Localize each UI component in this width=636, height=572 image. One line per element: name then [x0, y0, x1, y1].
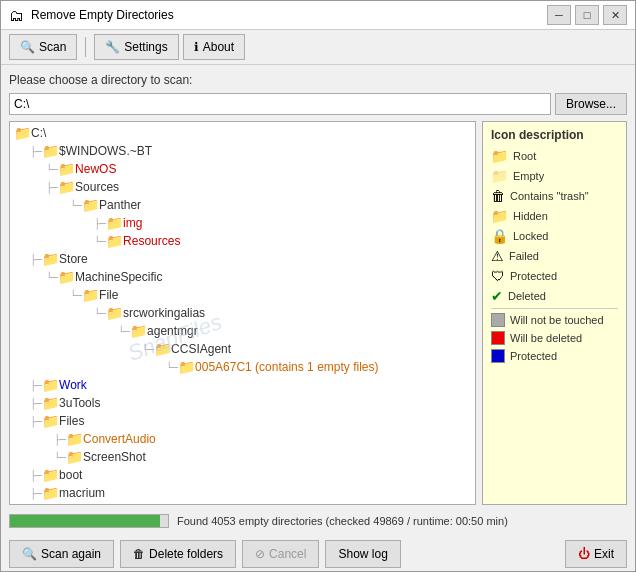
legend-swatch-gray: Will not be touched [491, 313, 618, 327]
empty-icon: 📁 [491, 168, 508, 184]
icon-legend-panel: Icon description 📁 Root 📁 Empty 🗑 Contai… [482, 121, 627, 505]
legend-trash: 🗑 Contains "trash" [491, 188, 618, 204]
tree-node-convert-audio[interactable]: ├─ 📁 ConvertAudio [12, 430, 473, 448]
icon-legend-title: Icon description [491, 128, 618, 142]
footer-buttons: 🔍 Scan again 🗑 Delete folders ⊘ Cancel S… [9, 537, 627, 571]
progress-bar-outer [9, 514, 169, 528]
about-label: About [203, 40, 234, 54]
scan-again-label: Scan again [41, 547, 101, 561]
legend-protected: 🛡 Protected [491, 268, 618, 284]
folder-locked-icon: 📁 [58, 269, 75, 285]
scan-again-icon: 🔍 [22, 547, 37, 561]
app-icon: 🗂 [9, 7, 25, 23]
folder-red-icon: 📁 [58, 161, 75, 177]
tree-node-machine-specific[interactable]: └─ 📁 MachineSpecific [12, 268, 473, 286]
cancel-button[interactable]: ⊘ Cancel [242, 540, 319, 568]
root-icon: 📁 [491, 148, 508, 164]
title-bar: 🗂 Remove Empty Directories ─ □ ✕ [1, 1, 635, 30]
protected-icon: 🛡 [491, 268, 505, 284]
tree-node[interactable]: └─ 📁 NewOS [12, 160, 473, 178]
legend-hidden: 📁 Hidden [491, 208, 618, 224]
maximize-button[interactable]: □ [575, 5, 599, 25]
minimize-button[interactable]: ─ [547, 5, 571, 25]
legend-swatch-blue: Protected [491, 349, 618, 363]
progress-area: Found 4053 empty directories (checked 49… [9, 511, 627, 531]
tree-node[interactable]: └─ 📁 Resources [12, 232, 473, 250]
tree-node[interactable]: └─ 📁 CCSIAgent [12, 340, 473, 358]
tree-node[interactable]: ├─ 📁 img [12, 214, 473, 232]
settings-icon: 🔧 [105, 40, 120, 54]
progress-text: Found 4053 empty directories (checked 49… [177, 515, 627, 527]
tree-node[interactable]: ├─ 📁 $WINDOWS.~BT [12, 142, 473, 160]
close-button[interactable]: ✕ [603, 5, 627, 25]
tree-node-panther[interactable]: └─ 📁 Panther [12, 196, 473, 214]
cancel-icon: ⊘ [255, 547, 265, 561]
folder-orange-icon: 📁 [178, 359, 195, 375]
tree-node[interactable]: ├─ 📁 Files [12, 412, 473, 430]
folder-locked-icon: 📁 [42, 485, 59, 501]
tree-node[interactable]: └─ 📁 srcworkingalias [12, 304, 473, 322]
scan-icon: 🔍 [20, 40, 35, 54]
folder-red-icon: 📁 [106, 215, 123, 231]
toolbar: 🔍 Scan 🔧 Settings ℹ About [1, 30, 635, 65]
settings-button[interactable]: 🔧 Settings [94, 34, 178, 60]
title-controls: ─ □ ✕ [547, 5, 627, 25]
tree-node-root[interactable]: 📁 C:\ [12, 124, 473, 142]
delete-folders-label: Delete folders [149, 547, 223, 561]
legend-empty: 📁 Empty [491, 168, 618, 184]
about-button[interactable]: ℹ About [183, 34, 245, 60]
folder-icon: 📁 [42, 413, 59, 429]
directory-input[interactable] [9, 93, 551, 115]
tree-node[interactable]: ├─ 📁 Store [12, 250, 473, 268]
tree-node[interactable]: ├─ 📁 3uTools [12, 394, 473, 412]
scan-again-button[interactable]: 🔍 Scan again [9, 540, 114, 568]
folder-locked-icon: 📁 [106, 305, 123, 321]
window-title: Remove Empty Directories [31, 8, 174, 22]
settings-label: Settings [124, 40, 167, 54]
browse-button[interactable]: Browse... [555, 93, 627, 115]
tree-node[interactable]: ├─ 📁 boot [12, 466, 473, 484]
exit-icon: ⏻ [578, 547, 590, 561]
red-swatch [491, 331, 505, 345]
tree-node[interactable]: ├─ 📁 Sources [12, 178, 473, 196]
tree-node[interactable]: ├─ 📁 macrium [12, 484, 473, 502]
folder-icon: 📁 [42, 251, 59, 267]
tree-node[interactable]: └─ 📁 File [12, 286, 473, 304]
delete-folders-icon: 🗑 [133, 547, 145, 561]
locked-icon: 🔒 [491, 228, 508, 244]
legend-deleted: ✔ Deleted [491, 288, 618, 304]
trash-icon: 🗑 [491, 188, 505, 204]
tree-node[interactable]: └─ 📁 005A67C1 (contains 1 empty files) [12, 358, 473, 376]
cancel-label: Cancel [269, 547, 306, 561]
exit-button[interactable]: ⏻ Exit [565, 540, 627, 568]
main-window: 🗂 Remove Empty Directories ─ □ ✕ 🔍 Scan … [0, 0, 636, 572]
folder-icon: 📁 [66, 449, 83, 465]
folder-icon: 📁 [82, 197, 99, 213]
delete-folders-button[interactable]: 🗑 Delete folders [120, 540, 236, 568]
show-log-label: Show log [338, 547, 387, 561]
legend-root: 📁 Root [491, 148, 618, 164]
folder-locked-icon: 📁 [154, 341, 171, 357]
legend-divider [491, 308, 618, 309]
content-area: Please choose a directory to scan: Brows… [1, 65, 635, 572]
folder-icon: 📁 [58, 179, 75, 195]
tree-panel[interactable]: SnapFiles 📁 C:\ ├─ 📁 $WINDOWS.~BT └─ [9, 121, 476, 505]
dir-label: Please choose a directory to scan: [9, 73, 627, 87]
tree-node[interactable]: └─ 📁 agentmgr [12, 322, 473, 340]
legend-failed: ⚠ Failed [491, 248, 618, 264]
folder-locked-icon: 📁 [42, 143, 59, 159]
show-log-button[interactable]: Show log [325, 540, 400, 568]
progress-bar-inner [10, 515, 160, 527]
tree-node[interactable]: ├─ 📁 Work [12, 376, 473, 394]
scan-button[interactable]: 🔍 Scan [9, 34, 77, 60]
tree-node[interactable]: └─ 📁 ScreenShot [12, 448, 473, 466]
folder-icon: 📁 [82, 287, 99, 303]
deleted-icon: ✔ [491, 288, 503, 304]
legend-swatch-red: Will be deleted [491, 331, 618, 345]
exit-label: Exit [594, 547, 614, 561]
toolbar-separator [85, 37, 86, 57]
folder-orange-icon: 📁 [66, 431, 83, 447]
folder-icon: 📁 [42, 467, 59, 483]
folder-icon: 📁 [42, 395, 59, 411]
scan-label: Scan [39, 40, 66, 54]
